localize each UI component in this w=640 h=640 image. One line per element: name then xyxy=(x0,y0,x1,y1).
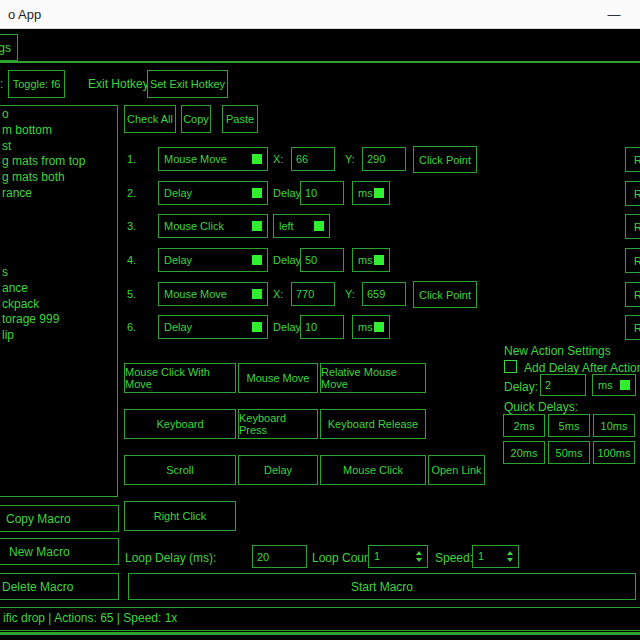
remove-button[interactable]: R xyxy=(625,282,640,307)
action-row: 3. Mouse Click left R xyxy=(122,213,640,240)
spinner-down-icon[interactable] xyxy=(416,558,422,562)
x-input[interactable] xyxy=(291,147,335,171)
unit-value: ms xyxy=(358,321,373,333)
action-row: 1. Mouse Move X: Y: Click Point R xyxy=(122,146,640,173)
quick-delay-10ms-button[interactable]: 10ms xyxy=(593,414,635,437)
add-keyboard-release-button[interactable]: Keyboard Release xyxy=(320,409,426,439)
y-input[interactable] xyxy=(362,147,406,171)
dropdown-indicator-icon xyxy=(252,154,262,164)
action-type-value: Delay xyxy=(164,254,192,266)
macro-list-item[interactable] xyxy=(0,202,117,218)
speed-stepper[interactable]: 1 xyxy=(472,545,519,568)
quick-delays-label: Quick Delays: xyxy=(504,400,578,414)
remove-button[interactable]: R xyxy=(625,315,640,340)
remove-button[interactable]: R xyxy=(625,248,640,273)
macro-list-item[interactable]: o xyxy=(0,107,117,123)
add-keyboard-press-button[interactable]: Keyboard Press xyxy=(238,409,318,439)
new-macro-button[interactable]: New Macro xyxy=(0,538,119,565)
toggle-hotkey-button[interactable]: Toggle: f6 xyxy=(8,70,65,98)
action-row: 6. Delay Delay: ms R xyxy=(122,314,640,341)
macro-list-item[interactable]: torage 999 xyxy=(0,312,117,328)
paste-button[interactable]: Paste xyxy=(222,105,258,133)
action-type-dropdown[interactable]: Delay xyxy=(158,248,268,272)
macro-list-item[interactable]: s xyxy=(0,265,117,281)
dropdown-indicator-icon xyxy=(252,221,262,231)
action-type-dropdown[interactable]: Delay xyxy=(158,181,268,205)
action-type-dropdown[interactable]: Mouse Move xyxy=(158,282,268,306)
delete-macro-button[interactable]: Delete Macro xyxy=(0,573,119,600)
macro-list-item[interactable]: lip xyxy=(0,328,117,344)
remove-button[interactable]: R xyxy=(625,181,640,206)
add-delay-button[interactable]: Delay xyxy=(238,455,318,485)
action-index: 5. xyxy=(127,288,136,300)
spinner-up-icon[interactable] xyxy=(507,551,513,555)
action-type-dropdown[interactable]: Delay xyxy=(158,315,268,339)
macro-list-item[interactable]: rance xyxy=(0,186,117,202)
macro-list-item[interactable]: g mats both xyxy=(0,170,117,186)
remove-button[interactable]: R xyxy=(625,147,640,172)
click-point-button[interactable]: Click Point xyxy=(413,281,477,308)
add-relative-mouse-move-button[interactable]: Relative Mouse Move xyxy=(320,363,426,393)
add-keyboard-button[interactable]: Keyboard xyxy=(124,409,236,439)
click-point-button[interactable]: Click Point xyxy=(413,146,477,173)
unit-dropdown[interactable]: ms xyxy=(352,315,390,339)
loop-count-stepper[interactable]: 1 xyxy=(368,545,428,568)
macro-list-item[interactable]: m bottom xyxy=(0,123,117,139)
x-input[interactable] xyxy=(291,282,335,306)
spinner-down-icon[interactable] xyxy=(507,558,513,562)
add-open-link-button[interactable]: Open Link xyxy=(428,455,485,485)
quick-delay-5ms-button[interactable]: 5ms xyxy=(548,414,590,437)
dropdown-indicator-icon xyxy=(620,380,630,390)
unit-dropdown[interactable]: ms xyxy=(352,248,390,272)
delay-input[interactable] xyxy=(300,315,344,339)
new-action-unit-dropdown[interactable]: ms xyxy=(592,374,636,396)
x-label: X: xyxy=(273,153,283,165)
action-index: 6. xyxy=(127,321,136,333)
action-type-dropdown[interactable]: Mouse Click xyxy=(158,214,268,238)
y-input[interactable] xyxy=(362,282,406,306)
quick-delay-50ms-button[interactable]: 50ms xyxy=(548,441,590,464)
action-type-value: Delay xyxy=(164,187,192,199)
copy-button[interactable]: Copy xyxy=(181,105,211,133)
quick-delay-100ms-button[interactable]: 100ms xyxy=(593,441,635,464)
tab-settings-partial[interactable]: gs xyxy=(0,34,18,61)
delay-input[interactable] xyxy=(300,181,344,205)
new-action-delay-input[interactable] xyxy=(540,374,586,396)
toggle-hotkey-label-fragment: : xyxy=(0,77,3,91)
action-row: 5. Mouse Move X: Y: Click Point R xyxy=(122,281,640,308)
macro-list-item[interactable]: ance xyxy=(0,281,117,297)
add-mouse-move-button[interactable]: Mouse Move xyxy=(238,363,318,393)
remove-button[interactable]: R xyxy=(625,214,640,239)
set-exit-hotkey-button[interactable]: Set Exit Hotkey xyxy=(147,70,228,98)
macro-list-item[interactable]: g mats from top xyxy=(0,154,117,170)
macro-list-item[interactable] xyxy=(0,249,117,265)
dropdown-indicator-icon xyxy=(374,188,384,198)
add-mouse-click-with-move-button[interactable]: Mouse Click With Move xyxy=(124,363,236,393)
action-type-value: Mouse Move xyxy=(164,153,227,165)
macro-list-item[interactable]: ckpack xyxy=(0,297,117,313)
start-macro-button[interactable]: Start Macro xyxy=(128,573,636,600)
macro-list-item[interactable] xyxy=(0,218,117,234)
action-type-dropdown[interactable]: Mouse Move xyxy=(158,147,268,171)
dropdown-indicator-icon xyxy=(252,188,262,198)
unit-dropdown[interactable]: ms xyxy=(352,181,390,205)
add-delay-after-action-checkbox[interactable] xyxy=(504,360,517,373)
add-scroll-button[interactable]: Scroll xyxy=(124,455,236,485)
window-title: o App xyxy=(8,7,41,22)
macro-list-item[interactable] xyxy=(0,233,117,249)
unit-value: ms xyxy=(598,379,613,391)
copy-macro-button[interactable]: Copy Macro xyxy=(0,505,119,532)
loop-delay-input[interactable] xyxy=(252,545,307,568)
spinner-up-icon[interactable] xyxy=(416,551,422,555)
minimize-button[interactable]: — xyxy=(598,1,630,27)
mouse-button-dropdown[interactable]: left xyxy=(273,214,330,238)
add-mouse-click-button[interactable]: Mouse Click xyxy=(320,455,426,485)
quick-delay-2ms-button[interactable]: 2ms xyxy=(503,414,545,437)
macro-list-item[interactable]: st xyxy=(0,139,117,155)
add-right-click-button[interactable]: Right Click xyxy=(124,501,236,531)
y-label: Y: xyxy=(345,153,355,165)
quick-delay-20ms-button[interactable]: 20ms xyxy=(503,441,545,464)
check-all-button[interactable]: Check All xyxy=(124,105,176,133)
dropdown-indicator-icon xyxy=(314,221,324,231)
delay-input[interactable] xyxy=(300,248,344,272)
